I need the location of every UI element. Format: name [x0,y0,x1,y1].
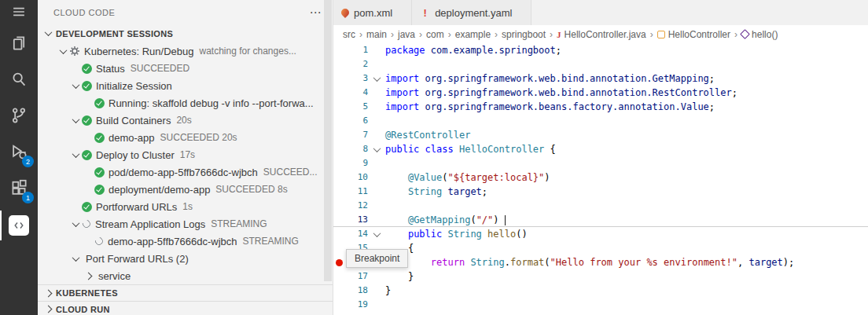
code-line-18[interactable]: 18} [333,284,868,298]
line-number: 17 [344,269,368,284]
tree-item-build-containers[interactable]: Build Containers20s [38,112,333,129]
code-line-6[interactable]: 6 [333,114,868,128]
status-success-check-icon [82,115,92,126]
code-line-4[interactable]: 4import org.springframework.web.bind.ann… [333,86,868,100]
code-line-11[interactable]: 11 String target; [333,185,868,199]
sidebar-title-row: CLOUD CODE ⋯ [38,0,333,24]
tree-item-portforward-urls[interactable]: Portforward URLs1s [38,198,333,215]
chevron-right-icon[interactable] [82,273,94,279]
sidebar-scrollbar[interactable] [324,0,332,281]
chevron-down-icon[interactable] [69,152,82,158]
tree-item-running-skaffold-debug-v-info-port-forwa[interactable]: Running: skaffold debug -v info --port-f… [38,94,333,112]
tree-item-status: 20s [176,115,191,126]
code-text: import org.springframework.web.bind.anno… [385,86,737,100]
cloud-code-icon [9,215,29,236]
fold-chevron-icon[interactable] [368,147,385,152]
tree-item-kubernetes-run-debug[interactable]: Kubernetes: Run/Debugwatching for change… [38,42,333,60]
code-line-7[interactable]: 7@RestController [333,128,868,142]
source-control-button[interactable] [0,99,38,135]
code-line-2[interactable]: 2 [333,57,868,71]
tab-deployment-yaml[interactable]: !deployment.yaml [412,0,531,25]
more-actions-button[interactable]: ⋯ [310,9,322,16]
tree-item-stream-application-logs[interactable]: Stream Application LogsSTREAMING [38,215,333,233]
code-line-15[interactable]: 15 { [333,241,868,255]
chevron-down-icon[interactable] [69,118,82,123]
code-text: public String hello() [385,227,528,241]
code-line-8[interactable]: 8public class HelloController { [333,142,868,156]
fold-chevron-icon[interactable] [368,232,385,237]
tree-item-status: SUCCEED... [263,167,318,178]
extensions-button[interactable]: 1 [0,171,38,207]
code-editor[interactable]: Breakpoint 1package com.example.springbo… [333,43,868,315]
tree-item-demo-app-5ffb7666dc-wjbch[interactable]: demo-app-5ffb7666dc-wjbchSTREAMING [38,233,333,250]
breadcrumb-item-java[interactable]: java [398,29,415,40]
breadcrumb-separator-icon: › [391,29,394,40]
tree-item-status: watching for changes... [199,46,296,57]
symbol-method-icon [740,29,750,39]
code-line-16[interactable]: 16 return String.format("Hello from your… [333,255,868,269]
breakpoint-tooltip: Breakpoint [346,249,408,268]
code-line-13[interactable]: 13 @GetMapping("/") [333,213,868,227]
tree-item-initialize-session[interactable]: Initialize Session [38,77,333,94]
tree-item-label: Initialize Session [96,80,172,92]
cloud-code-button[interactable] [0,207,38,244]
section-label: DEVELOPMENT SESSIONS [56,29,173,38]
tree-item-label: pod/demo-app-5ffb7666dc-wjbch [108,167,258,178]
tree-item-port-forward-urls-2[interactable]: Port Forward URLs (2) [38,250,333,267]
tree-item-service[interactable]: service [38,267,333,284]
search-button[interactable] [0,63,38,99]
line-number: 1 [344,43,368,57]
breadcrumb-file-label: HelloController.java [565,29,646,40]
tree-item-deploy-to-cluster[interactable]: Deploy to Cluster17s [38,146,333,163]
breadcrumb-item-main[interactable]: main [366,29,387,40]
chevron-down-icon[interactable] [69,222,82,227]
code-line-12[interactable]: 12 [333,199,868,213]
menu-button[interactable] [0,0,38,27]
explorer-button[interactable] [0,27,38,63]
line-number: 2 [344,57,368,71]
breadcrumb-item-src[interactable]: src [343,29,355,40]
breadcrumb-item-example[interactable]: example [455,29,491,40]
chevron-down-icon[interactable] [57,49,69,54]
breadcrumb-separator-icon: › [448,29,451,40]
sidebar: CLOUD CODE ⋯ DEVELOPMENT SESSIONS Kubern… [38,0,333,315]
status-success-check-icon [94,98,105,108]
code-line-19[interactable]: 19 [333,298,868,312]
code-line-5[interactable]: 5import org.springframework.beans.factor… [333,100,868,114]
breadcrumb-symbol-hellocontroller[interactable]: HelloController [657,29,730,40]
breakpoint-gutter[interactable] [333,259,344,266]
breadcrumb-file[interactable]: JHelloController.java [557,29,646,40]
fold-chevron-icon[interactable] [368,76,385,82]
tree-item-status: SUCCEEDED 8s [215,184,287,195]
breadcrumb-symbol-hello[interactable]: hello() [741,29,778,40]
section-cloud-run[interactable]: CLOUD RUN [38,301,333,315]
line-number: 6 [344,114,368,128]
run-and-debug-button[interactable]: 2 [0,135,38,171]
tab-label: pom.xml [354,7,392,19]
tree-item-deployment-demo-app[interactable]: deployment/demo-appSUCCEEDED 8s [38,181,333,198]
tree-item-demo-app[interactable]: demo-appSUCCEEDED 20s [38,129,333,146]
code-line-9[interactable]: 9 [333,156,868,170]
code-line-17[interactable]: 17 } [333,269,868,284]
code-line-1[interactable]: 1package com.example.springboot; [333,43,868,57]
tree-item-label: demo-app-5ffb7666dc-wjbch [108,236,237,247]
tree-item-label: Kubernetes: Run/Debug [84,46,193,57]
code-line-3[interactable]: 3import org.springframework.web.bind.ann… [333,71,868,86]
breadcrumb-item-springboot[interactable]: springboot [502,29,546,40]
chevron-down-icon[interactable] [69,256,82,262]
tree-item-pod-demo-app-5ffb7666dc-wjbch[interactable]: pod/demo-app-5ffb7666dc-wjbchSUCCEED... [38,163,333,181]
code-text: package com.example.springboot; [385,43,561,57]
code-line-10[interactable]: 10 @Value("${target:local}") [333,170,868,185]
chevron-down-icon[interactable] [69,83,82,89]
line-number: 8 [344,142,368,156]
tab-pom-xml[interactable]: pom.xml [333,0,412,25]
breadcrumb-item-com[interactable]: com [426,29,444,40]
code-text: public class HelloController { [385,142,556,156]
tree-item-status: STREAMING [211,218,267,229]
line-number: 9 [344,156,368,170]
breakpoint-icon[interactable] [336,259,343,266]
tree-item-status[interactable]: StatusSUCCEEDED [38,60,333,77]
code-line-14[interactable]: 14 public String hello() [333,227,868,241]
section-development-sessions[interactable]: DEVELOPMENT SESSIONS [38,24,333,42]
section-kubernetes[interactable]: KUBERNETES [38,284,333,301]
